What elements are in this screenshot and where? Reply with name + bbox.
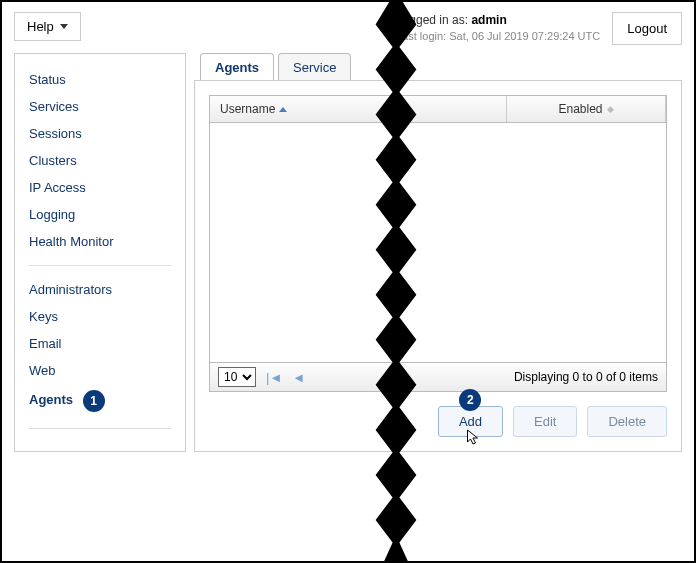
- sidebar-item-logging[interactable]: Logging: [29, 201, 171, 228]
- last-login: Last login: Sat, 06 Jul 2019 07:29:24 UT…: [396, 29, 600, 44]
- add-label: Add: [459, 414, 482, 429]
- column-enabled[interactable]: Enabled ◆: [507, 96, 666, 122]
- tab-service[interactable]: Service: [278, 53, 351, 81]
- callout-badge-2: 2: [459, 389, 481, 411]
- caret-down-icon: [60, 24, 68, 29]
- sidebar-item-services[interactable]: Services: [29, 93, 171, 120]
- sidebar-item-ipaccess[interactable]: IP Access: [29, 174, 171, 201]
- main-panel: Username Enabled ◆ 10: [194, 80, 682, 452]
- add-button[interactable]: 2 Add: [438, 406, 503, 437]
- sidebar-item-email[interactable]: Email: [29, 330, 171, 357]
- edit-button[interactable]: Edit: [513, 406, 577, 437]
- delete-button[interactable]: Delete: [587, 406, 667, 437]
- help-label: Help: [27, 19, 54, 34]
- data-grid: Username Enabled ◆ 10: [209, 95, 667, 392]
- sidebar-item-clusters[interactable]: Clusters: [29, 147, 171, 174]
- grid-body: [210, 123, 666, 362]
- pager: 10 |◄ ◄: [218, 367, 305, 387]
- sort-icon: ◆: [607, 104, 614, 114]
- help-button[interactable]: Help: [14, 12, 81, 41]
- column-label: Enabled: [558, 102, 602, 116]
- pager-first-icon[interactable]: |◄: [266, 370, 282, 385]
- pager-prev-icon[interactable]: ◄: [292, 370, 305, 385]
- sort-asc-icon: [279, 107, 287, 112]
- sidebar-item-sessions[interactable]: Sessions: [29, 120, 171, 147]
- sidebar-item-agents[interactable]: Agents 1: [29, 384, 171, 418]
- sidebar-item-web[interactable]: Web: [29, 357, 171, 384]
- login-info: Logged in as: admin Last login: Sat, 06 …: [396, 12, 600, 44]
- sidebar-item-healthmonitor[interactable]: Health Monitor: [29, 228, 171, 255]
- logout-button[interactable]: Logout: [612, 12, 682, 45]
- sidebar-divider: [29, 428, 171, 429]
- sidebar-item-label: Agents: [29, 392, 73, 407]
- page-size-select[interactable]: 10: [218, 367, 256, 387]
- callout-badge-1: 1: [83, 390, 105, 412]
- sidebar-item-keys[interactable]: Keys: [29, 303, 171, 330]
- tabs: Agents Service: [200, 53, 682, 81]
- logged-in-user: admin: [471, 13, 506, 27]
- tab-agents[interactable]: Agents: [200, 53, 274, 81]
- sidebar: Status Services Sessions Clusters IP Acc…: [14, 53, 186, 452]
- cursor-icon: [466, 429, 481, 450]
- sidebar-divider: [29, 265, 171, 266]
- sidebar-item-status[interactable]: Status: [29, 66, 171, 93]
- column-label: Username: [220, 102, 275, 116]
- sidebar-item-administrators[interactable]: Administrators: [29, 276, 171, 303]
- action-bar: 2 Add Edit Delete: [209, 392, 667, 437]
- column-username[interactable]: Username: [210, 96, 507, 122]
- grid-status: Displaying 0 to 0 of 0 items: [514, 370, 658, 384]
